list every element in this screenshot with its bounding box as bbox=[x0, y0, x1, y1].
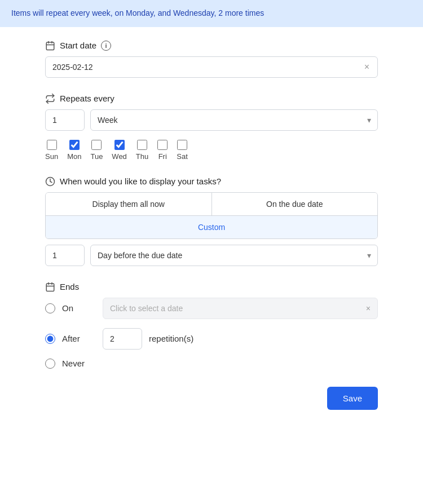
ends-options: On Click to select a date × After repeti… bbox=[45, 298, 378, 369]
display-options-row: Display them all now On the due date bbox=[46, 193, 377, 215]
ends-never-option: Never bbox=[45, 359, 378, 369]
ends-on-option: On Click to select a date × bbox=[45, 298, 378, 319]
day-fri-label: Fri bbox=[158, 152, 167, 161]
day-sat-label: Sat bbox=[177, 152, 188, 161]
day-mon-checkbox[interactable] bbox=[69, 140, 80, 150]
repeats-unit-select[interactable]: Week Day Month Year bbox=[90, 109, 378, 131]
ends-on-clear[interactable]: × bbox=[366, 304, 371, 313]
day-tue: Tue bbox=[90, 140, 103, 161]
repeats-unit-wrapper: Week Day Month Year bbox=[90, 109, 378, 131]
day-mon-label: Mon bbox=[67, 152, 81, 161]
repeats-count-input[interactable] bbox=[45, 109, 85, 131]
svg-rect-0 bbox=[46, 42, 54, 50]
day-sat: Sat bbox=[177, 140, 188, 161]
day-wed: Wed bbox=[112, 140, 127, 161]
ends-section: Ends On Click to select a date × After r… bbox=[45, 282, 378, 369]
ends-never-radio[interactable] bbox=[45, 359, 55, 369]
repeats-row: Week Day Month Year bbox=[45, 109, 378, 131]
repetitions-label: repetition(s) bbox=[149, 334, 193, 343]
ends-after-option: After repetition(s) bbox=[45, 328, 378, 350]
start-date-title: Start date bbox=[60, 41, 96, 50]
day-sat-checkbox[interactable] bbox=[177, 140, 187, 150]
custom-count-input[interactable] bbox=[45, 245, 85, 266]
start-date-clear-button[interactable]: × bbox=[363, 63, 371, 72]
ends-never-label: Never bbox=[62, 359, 96, 368]
ends-on-label: On bbox=[62, 303, 96, 313]
repeats-every-section: Repeats every Week Day Month Year Sun Mo bbox=[45, 94, 378, 161]
info-banner: Items will repeat every week, on Monday,… bbox=[0, 0, 423, 27]
svg-rect-5 bbox=[46, 284, 54, 291]
display-tasks-section: When would you like to display your task… bbox=[45, 176, 378, 266]
save-btn-row: Save bbox=[45, 387, 378, 410]
form-container: Start date i 2025-02-12 × Repeats every … bbox=[0, 27, 423, 432]
day-thu: Thu bbox=[136, 140, 148, 161]
ends-after-radio[interactable] bbox=[45, 334, 55, 344]
start-date-label: Start date i bbox=[45, 41, 378, 51]
banner-text: Items will repeat every week, on Monday,… bbox=[11, 8, 264, 17]
day-fri: Fri bbox=[157, 140, 168, 161]
day-fri-checkbox[interactable] bbox=[157, 140, 168, 150]
ends-title: Ends bbox=[60, 282, 79, 291]
clock-icon bbox=[45, 176, 55, 187]
display-all-now-button[interactable]: Display them all now bbox=[46, 193, 212, 215]
custom-unit-select[interactable]: Day before the due date Week before the … bbox=[90, 245, 378, 266]
custom-row: Day before the due date Week before the … bbox=[45, 245, 378, 266]
ends-label: Ends bbox=[45, 282, 378, 292]
day-mon: Mon bbox=[67, 140, 81, 161]
ends-after-label: After bbox=[62, 334, 96, 343]
display-options-container: Display them all now On the due date Cus… bbox=[45, 192, 378, 239]
after-count-input[interactable] bbox=[103, 328, 142, 350]
day-thu-checkbox[interactable] bbox=[137, 140, 147, 150]
start-date-info-icon[interactable]: i bbox=[101, 41, 111, 51]
ends-on-placeholder: Click to select a date bbox=[110, 304, 183, 313]
day-sun-checkbox[interactable] bbox=[47, 140, 57, 150]
repeat-icon bbox=[45, 94, 55, 104]
start-date-input[interactable]: 2025-02-12 × bbox=[45, 56, 378, 78]
custom-display-button[interactable]: Custom bbox=[46, 215, 377, 238]
save-button[interactable]: Save bbox=[327, 387, 378, 410]
custom-unit-wrapper: Day before the due date Week before the … bbox=[90, 245, 378, 266]
day-wed-label: Wed bbox=[112, 152, 127, 161]
day-wed-checkbox[interactable] bbox=[114, 140, 125, 150]
ends-on-date-picker[interactable]: Click to select a date × bbox=[103, 298, 378, 319]
start-date-value: 2025-02-12 bbox=[52, 63, 363, 72]
on-due-date-button[interactable]: On the due date bbox=[212, 193, 378, 215]
repeats-every-title: Repeats every bbox=[60, 94, 114, 103]
day-tue-checkbox[interactable] bbox=[91, 140, 102, 150]
day-sun-label: Sun bbox=[45, 152, 58, 161]
repeats-every-label: Repeats every bbox=[45, 94, 378, 104]
after-row: repetition(s) bbox=[103, 328, 193, 350]
calendar-icon bbox=[45, 41, 55, 51]
ends-on-radio[interactable] bbox=[45, 303, 55, 313]
display-tasks-title: When would you like to display your task… bbox=[60, 176, 221, 186]
day-tue-label: Tue bbox=[90, 152, 103, 161]
day-sun: Sun bbox=[45, 140, 58, 161]
display-tasks-label: When would you like to display your task… bbox=[45, 176, 378, 187]
day-thu-label: Thu bbox=[136, 152, 148, 161]
days-row: Sun Mon Tue Wed Thu Fri bbox=[45, 140, 378, 161]
start-date-section: Start date i 2025-02-12 × bbox=[45, 41, 378, 78]
ends-calendar-icon bbox=[45, 282, 55, 292]
